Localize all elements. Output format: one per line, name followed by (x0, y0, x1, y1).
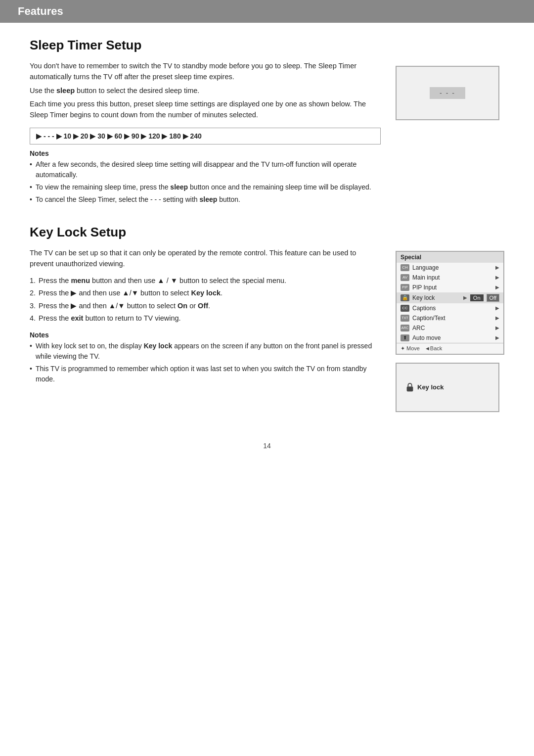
step-4-text: Press the exit button to return to TV vi… (39, 313, 180, 324)
menu-footer-move: ✦ Move (400, 345, 420, 352)
menu-label-main-input: Main input (412, 274, 492, 281)
menu-mockup: Special CH Language ▶ AV Main input ▶ PI… (396, 251, 504, 355)
step-4: 4. Press the exit button to return to TV… (30, 313, 381, 324)
sleep-timer-para2: Use the sleep button to select the desir… (30, 86, 381, 96)
sleep-timer-layout: You don't have to remember to switch the… (30, 61, 504, 207)
step-4-num: 4. (30, 313, 36, 324)
sleep-note-3: To cancel the Sleep Timer, select the - … (30, 194, 381, 205)
lock-icon (405, 382, 414, 392)
menu-arrow-auto-move: ▶ (495, 335, 499, 340)
step-1-num: 1. (30, 275, 36, 286)
step-1-text: Press the menu button and then use ▲ / ▼… (39, 275, 286, 286)
sleep-timer-para2-prefix: Use the (30, 87, 56, 94)
key-lock-section: Key Lock Setup The TV can be set up so t… (30, 225, 504, 412)
menu-row-caption-text: TXT Caption/Text ▶ (397, 313, 503, 323)
menu-value-on: On (470, 294, 484, 301)
step-3-num: 3. (30, 300, 36, 312)
page-number: 14 (30, 442, 504, 465)
menu-row-captions: CC Captions ▶ (397, 303, 503, 313)
menu-value-off: Off (487, 294, 499, 302)
key-lock-notes-list: With key lock set to on, the display Key… (30, 341, 381, 384)
key-lock-steps: 1. Press the menu button and then use ▲ … (30, 275, 381, 324)
menu-row-language: CH Language ▶ (397, 263, 503, 273)
key-lock-intro: The TV can be set up so that it can only… (30, 248, 381, 270)
menu-row-arc: ARC ARC ▶ (397, 323, 503, 333)
menu-arrow-main-input: ▶ (495, 275, 499, 280)
menu-label-pip-input: PIP Input (412, 284, 492, 291)
menu-icon-lock: 🔒 (400, 294, 409, 301)
menu-arrow-captions: ▶ (495, 305, 499, 311)
menu-icon-cc: CC (400, 305, 409, 312)
svg-rect-0 (407, 386, 413, 391)
sleep-timer-section: Sleep Timer Setup You don't have to reme… (30, 38, 504, 207)
tv-screen-sleep: - - - (396, 66, 499, 120)
menu-icon-move: ⬆ (400, 334, 409, 341)
step-3-text: Press the ▶ and then ▲/▼ button to selec… (39, 300, 210, 312)
tv-screen-display: - - - (430, 87, 465, 99)
features-label: Features (18, 5, 63, 17)
key-lock-layout: The TV can be set up so that it can only… (30, 248, 504, 412)
key-lock-note-2: This TV is programmed to remember which … (30, 364, 381, 384)
menu-arrow-arc: ▶ (495, 325, 499, 331)
sleep-timer-para3: Each time you press this button, preset … (30, 99, 381, 121)
menu-icon-pip: PIP (400, 284, 409, 291)
keylock-screen: Key lock (396, 363, 499, 412)
key-lock-images: Special CH Language ▶ AV Main input ▶ PI… (396, 248, 504, 412)
sleep-notes-label: Notes (30, 149, 381, 157)
menu-label-auto-move: Auto move (412, 334, 492, 341)
sleep-timer-para2-suffix: button to select the desired sleep time. (75, 87, 199, 94)
menu-arrow-language: ▶ (495, 265, 499, 270)
step-2-text: Press the ▶ and then use ▲/▼ button to s… (39, 287, 222, 299)
key-lock-title: Key Lock Setup (30, 225, 504, 240)
timer-sequence-text: ▶ - - - ▶ 10 ▶ 20 ▶ 30 ▶ 60 ▶ 90 ▶ 120 ▶… (36, 132, 202, 140)
menu-icon-av: AV (400, 274, 409, 281)
menu-label-key-lock: Key lock (412, 294, 460, 301)
sleep-timer-para1: You don't have to remember to switch the… (30, 61, 381, 83)
sleep-timer-image: - - - (396, 61, 504, 120)
sleep-note-1: After a few seconds, the desired sleep t… (30, 159, 381, 180)
key-lock-text: The TV can be set up so that it can only… (30, 248, 381, 386)
timer-sequence: ▶ - - - ▶ 10 ▶ 20 ▶ 30 ▶ 60 ▶ 90 ▶ 120 ▶… (30, 128, 381, 144)
key-lock-note-1: With key lock set to on, the display Key… (30, 341, 381, 362)
menu-row-pip-input: PIP PIP Input ▶ (397, 283, 503, 292)
menu-row-auto-move: ⬆ Auto move ▶ (397, 333, 503, 343)
menu-icon-ch: CH (400, 264, 409, 271)
menu-label-arc: ARC (412, 325, 492, 331)
menu-arrow-pip-input: ▶ (495, 284, 499, 290)
menu-icon-arc: ARC (400, 325, 409, 331)
menu-header: Special (397, 252, 503, 263)
sleep-notes-list: After a few seconds, the desired sleep t… (30, 159, 381, 205)
key-lock-notes-label: Notes (30, 331, 381, 339)
menu-footer-back: ◄Back (425, 345, 442, 352)
menu-label-captions: Captions (412, 305, 492, 312)
menu-label-language: Language (412, 264, 492, 271)
menu-row-main-input: AV Main input ▶ (397, 273, 503, 283)
menu-arrow-key-lock: ▶ (463, 295, 467, 300)
step-2: 2. Press the ▶ and then use ▲/▼ button t… (30, 287, 381, 299)
sleep-timer-text: You don't have to remember to switch the… (30, 61, 381, 207)
step-2-num: 2. (30, 287, 36, 299)
menu-row-key-lock: 🔒 Key lock ▶ On Off (397, 292, 503, 303)
sleep-note-2: To view the remaining sleep time, press … (30, 182, 381, 192)
step-3: 3. Press the ▶ and then ▲/▼ button to se… (30, 300, 381, 312)
menu-footer: ✦ Move ◄Back (397, 343, 503, 354)
menu-icon-txt: TXT (400, 315, 409, 322)
step-1: 1. Press the menu button and then use ▲ … (30, 275, 381, 286)
menu-arrow-caption-text: ▶ (495, 315, 499, 321)
features-header: Features (0, 0, 534, 23)
sleep-timer-para2-bold: sleep (56, 87, 75, 94)
keylock-badge-label: Key lock (417, 383, 444, 391)
keylock-badge: Key lock (405, 382, 444, 392)
menu-label-caption-text: Caption/Text (412, 315, 492, 322)
sleep-timer-title: Sleep Timer Setup (30, 38, 504, 53)
